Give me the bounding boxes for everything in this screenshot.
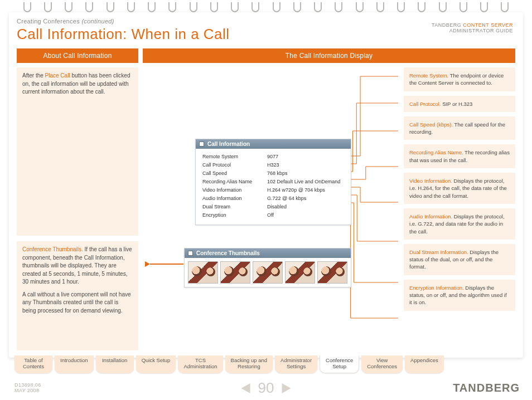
guide: ADMINISTRATOR GUIDE [449,28,513,33]
row-call-speed: Call Speed768 kbps [201,169,345,177]
callout-dual-stream: Dual Stream Information. Displays the st… [404,244,515,275]
next-page-button[interactable] [282,383,291,393]
section-bar-display: The Call Information Display [143,48,515,63]
tab-view-conferences[interactable]: ViewConferences [361,355,403,373]
tab-introduction[interactable]: Introduction [55,355,94,373]
tab-installation[interactable]: Installation [96,355,134,373]
footer-tabs: Table ofContentsIntroductionInstallation… [14,355,444,373]
prev-page-button[interactable] [241,383,250,393]
tab-tcs-administration[interactable]: TCSAdministration [178,355,223,373]
about-paragraph-1: After the Place Call button has been cli… [17,67,138,236]
row-remote-system: Remote System9077 [201,152,345,160]
tab-quick-setup[interactable]: Quick Setup [136,355,176,373]
collapse-icon [199,142,204,147]
callout-remote-system: Remote System. The endpoint or device th… [404,67,515,91]
row-audio-info: Audio InformationG.722 @ 64 kbps [201,194,345,202]
about-paragraph-2: Conference Thumbnails. If the call has a… [17,241,138,350]
thumbs-head: Conference Thumbnails [196,250,260,256]
row-video-info: Video InformationH.264 w720p @ 704 kbps [201,186,345,194]
thumb-connector-line [150,264,183,265]
call-information-panel: Call Information Remote System9077 Call … [195,139,351,225]
diagram-area: Call Information Remote System9077 Call … [144,67,398,350]
thumbnail [253,261,283,284]
callout-recording-alias: Recording Alias Name. The recording alia… [404,144,515,168]
call-info-head: Call Information [207,141,250,147]
doc-meta: D13898.06MAY 2008 [14,382,41,393]
row-recording-alias: Recording Alias Name102 Default Live and… [201,177,345,186]
callout-video-info: Video Information. Displays the protocol… [404,173,515,204]
row-dual-stream: Dual StreamDisabled [201,202,345,211]
collapse-icon [188,251,193,256]
conference-thumbnails-panel: Conference Thumbnails [184,248,351,287]
thumbnail [317,261,347,284]
section-bar-about: About Call Information [17,48,138,63]
callout-encryption: Encryption Information. Displays the sta… [404,280,515,311]
tab-appendices[interactable]: Appendices [405,355,444,373]
callout-call-protocol: Call Protocol. SIP or H.323 [404,96,515,112]
vendor: TANDBERG [432,22,461,28]
product: CONTENT SERVER [463,22,513,28]
thumbnail [220,261,250,284]
tab-administrator-settings[interactable]: AdministratorSettings [275,355,317,373]
row-encryption: EncryptionOff [201,211,345,219]
doc-header-right: TANDBERG CONTENT SERVER ADMINISTRATOR GU… [432,22,513,33]
callout-audio-info: Audio Information. Displays the protocol… [404,208,515,240]
spiral-binding [0,0,532,12]
thumb-connector-arrow-icon [145,261,150,267]
page-number: 90 [258,379,274,397]
brand-logo: TANDBERG [453,382,520,394]
thumbnail [285,261,315,284]
tab-backing-up-and-restoring[interactable]: Backing up andRestoring [225,355,273,373]
thumbnail [188,261,218,284]
page-nav: 90 [241,379,291,397]
tab-conference-setup[interactable]: ConferenceSetup [320,355,359,373]
row-call-protocol: Call ProtocolH323 [201,160,345,169]
tab-table-of-contents[interactable]: Table ofContents [14,355,52,373]
callout-call-speed: Call Speed (kbps). The call speed for th… [404,116,515,140]
